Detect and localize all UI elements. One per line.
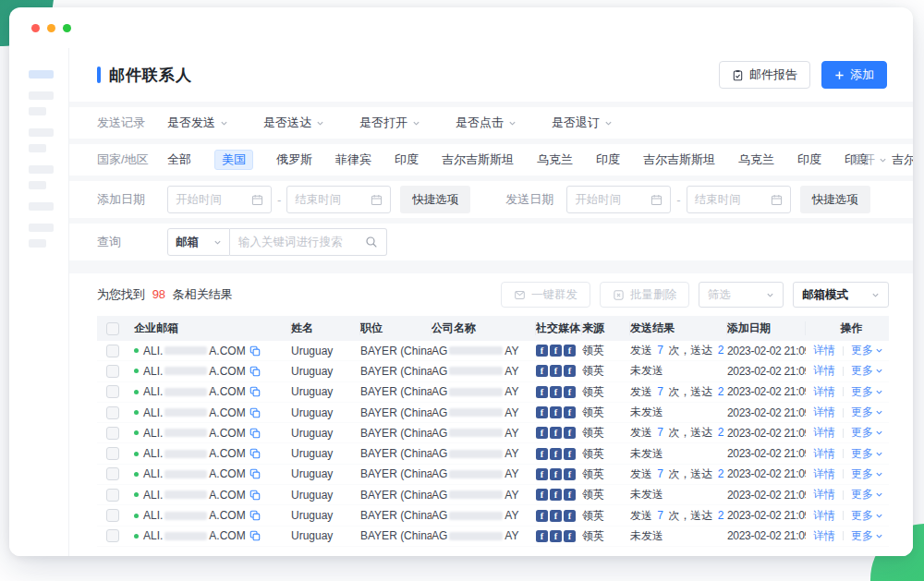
row-checkbox[interactable] bbox=[106, 345, 119, 357]
more-link[interactable]: 更多 bbox=[851, 425, 883, 441]
detail-link[interactable]: 详情 bbox=[813, 487, 835, 502]
facebook-icon[interactable]: f bbox=[564, 427, 576, 439]
facebook-icon[interactable]: f bbox=[564, 345, 576, 357]
copy-email-icon[interactable] bbox=[249, 468, 261, 479]
facebook-icon[interactable]: f bbox=[564, 468, 576, 480]
row-checkbox[interactable] bbox=[106, 509, 119, 522]
country-filter-item[interactable]: 印度 bbox=[395, 151, 419, 168]
copy-email-icon[interactable] bbox=[249, 345, 261, 357]
bulk-delete-button[interactable]: 批量删除 bbox=[600, 282, 689, 308]
sidebar-active-item[interactable] bbox=[29, 70, 54, 79]
facebook-icon[interactable]: f bbox=[536, 365, 548, 377]
country-filter-item[interactable]: 吉尔吉斯斯坦 bbox=[892, 151, 913, 168]
window-minimize-button[interactable] bbox=[47, 24, 55, 32]
facebook-icon[interactable]: f bbox=[564, 510, 576, 522]
facebook-icon[interactable]: f bbox=[564, 365, 576, 377]
window-close-button[interactable] bbox=[31, 24, 40, 32]
more-link[interactable]: 更多 bbox=[851, 466, 883, 482]
copy-email-icon[interactable] bbox=[249, 366, 261, 377]
send-filter-dropdown[interactable]: 是否送达 bbox=[263, 115, 324, 131]
facebook-icon[interactable]: f bbox=[550, 386, 562, 398]
more-link[interactable]: 更多 bbox=[851, 446, 883, 462]
facebook-icon[interactable]: f bbox=[536, 468, 548, 480]
facebook-icon[interactable]: f bbox=[536, 530, 548, 542]
filter-select[interactable]: 筛选 bbox=[699, 282, 784, 308]
facebook-icon[interactable]: f bbox=[536, 448, 548, 460]
facebook-icon[interactable]: f bbox=[550, 365, 562, 377]
query-field-select[interactable]: 邮箱 bbox=[167, 228, 230, 256]
send-filter-dropdown[interactable]: 是否点击 bbox=[456, 115, 517, 131]
mailbox-mode-select[interactable]: 邮箱模式 bbox=[793, 282, 889, 308]
facebook-icon[interactable]: f bbox=[536, 427, 548, 439]
detail-link[interactable]: 详情 bbox=[813, 384, 835, 400]
detail-link[interactable]: 详情 bbox=[813, 508, 835, 524]
more-link[interactable]: 更多 bbox=[851, 405, 883, 420]
detail-link[interactable]: 详情 bbox=[813, 363, 835, 379]
facebook-icon[interactable]: f bbox=[536, 386, 548, 398]
more-link[interactable]: 更多 bbox=[851, 487, 883, 502]
window-zoom-button[interactable] bbox=[63, 24, 71, 32]
country-filter-item[interactable]: 吉尔吉斯斯坦 bbox=[442, 151, 514, 168]
copy-email-icon[interactable] bbox=[249, 530, 261, 541]
country-filter-item[interactable]: 印度 bbox=[596, 151, 620, 168]
select-all-checkbox[interactable] bbox=[106, 322, 119, 335]
facebook-icon[interactable]: f bbox=[536, 489, 548, 501]
facebook-icon[interactable]: f bbox=[564, 406, 576, 418]
row-checkbox[interactable] bbox=[106, 467, 119, 480]
detail-link[interactable]: 详情 bbox=[813, 528, 835, 544]
search-icon[interactable] bbox=[365, 236, 378, 248]
send-filter-dropdown[interactable]: 是否打开 bbox=[359, 115, 420, 131]
detail-link[interactable]: 详情 bbox=[813, 405, 835, 420]
copy-email-icon[interactable] bbox=[249, 510, 261, 521]
facebook-icon[interactable]: f bbox=[564, 386, 576, 398]
send-date-quick-options-button[interactable]: 快捷选项 bbox=[800, 186, 870, 213]
country-filter-item[interactable]: 吉尔吉斯斯坦 bbox=[643, 151, 715, 168]
country-filter-item[interactable]: 菲律宾 bbox=[335, 151, 371, 168]
facebook-icon[interactable]: f bbox=[564, 530, 576, 542]
row-checkbox[interactable] bbox=[106, 365, 119, 378]
send-filter-dropdown[interactable]: 是否发送 bbox=[167, 115, 228, 131]
add-date-quick-options-button[interactable]: 快捷选项 bbox=[400, 186, 470, 213]
add-date-end-input[interactable]: 结束时间 bbox=[286, 186, 391, 213]
detail-link[interactable]: 详情 bbox=[813, 425, 835, 441]
facebook-icon[interactable]: f bbox=[550, 510, 562, 522]
copy-email-icon[interactable] bbox=[249, 490, 261, 501]
more-link[interactable]: 更多 bbox=[851, 528, 883, 544]
more-link[interactable]: 更多 bbox=[851, 363, 883, 379]
send-date-start-input[interactable]: 开始时间 bbox=[566, 186, 671, 213]
facebook-icon[interactable]: f bbox=[536, 406, 548, 418]
add-date-start-input[interactable]: 开始时间 bbox=[167, 186, 272, 213]
facebook-icon[interactable]: f bbox=[550, 468, 562, 480]
facebook-icon[interactable]: f bbox=[550, 406, 562, 418]
more-link[interactable]: 更多 bbox=[851, 384, 883, 400]
facebook-icon[interactable]: f bbox=[550, 427, 562, 439]
facebook-icon[interactable]: f bbox=[536, 510, 548, 522]
facebook-icon[interactable]: f bbox=[550, 489, 562, 501]
facebook-icon[interactable]: f bbox=[550, 448, 562, 460]
add-button[interactable]: 添加 bbox=[821, 61, 887, 89]
row-checkbox[interactable] bbox=[106, 406, 119, 419]
row-checkbox[interactable] bbox=[106, 385, 119, 398]
facebook-icon[interactable]: f bbox=[550, 345, 562, 357]
mail-report-button[interactable]: 邮件报告 bbox=[719, 61, 810, 89]
detail-link[interactable]: 详情 bbox=[813, 466, 835, 482]
copy-email-icon[interactable] bbox=[249, 428, 261, 439]
country-filter-item[interactable]: 印度 bbox=[797, 151, 821, 168]
copy-email-icon[interactable] bbox=[249, 448, 261, 459]
search-input[interactable]: 输入关键词进行搜索 bbox=[230, 228, 387, 256]
facebook-icon[interactable]: f bbox=[550, 530, 562, 542]
facebook-icon[interactable]: f bbox=[564, 448, 576, 460]
detail-link[interactable]: 详情 bbox=[813, 446, 835, 462]
row-checkbox[interactable] bbox=[106, 529, 119, 542]
copy-email-icon[interactable] bbox=[249, 386, 261, 397]
copy-email-icon[interactable] bbox=[249, 407, 261, 418]
bulk-send-button[interactable]: 一键群发 bbox=[501, 282, 590, 308]
facebook-icon[interactable]: f bbox=[536, 345, 548, 357]
send-date-end-input[interactable]: 结束时间 bbox=[687, 186, 791, 213]
country-filter-item[interactable]: 俄罗斯 bbox=[276, 151, 312, 168]
row-checkbox[interactable] bbox=[106, 447, 119, 460]
country-filter-item[interactable]: 乌克兰 bbox=[738, 151, 774, 168]
send-filter-dropdown[interactable]: 是否退订 bbox=[552, 115, 613, 131]
row-checkbox[interactable] bbox=[106, 427, 119, 440]
expand-button[interactable]: 展开 bbox=[851, 151, 887, 168]
